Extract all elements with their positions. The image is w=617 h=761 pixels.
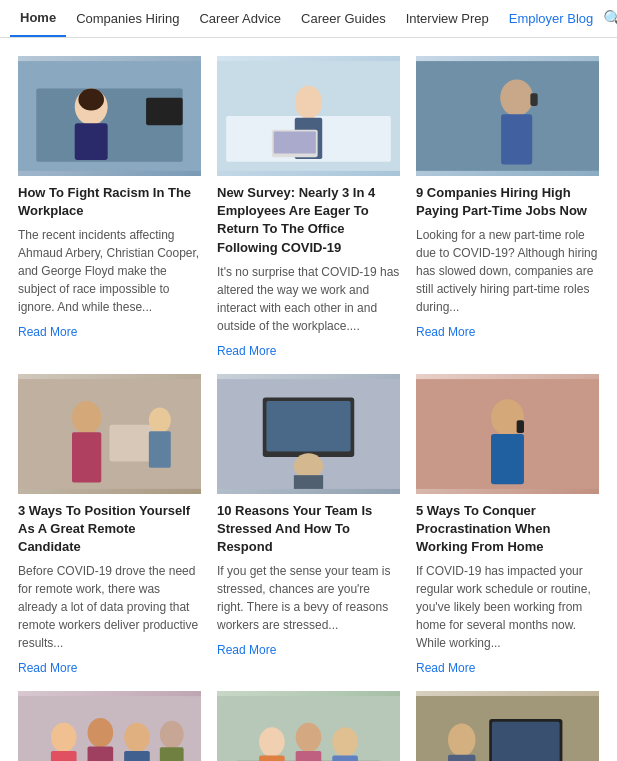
card-desc-1: The recent incidents affecting Ahmaud Ar… [18,226,201,316]
card-desc-5: If you get the sense your team is stress… [217,562,400,634]
card-readmore-4[interactable]: Read More [18,661,77,675]
svg-rect-38 [124,751,150,761]
svg-point-4 [78,89,104,111]
svg-point-43 [259,728,285,757]
card-8: 6 Ways To Grow In Your Career While Work… [209,683,408,761]
svg-rect-40 [160,748,184,761]
svg-rect-52 [492,722,560,761]
card-image-5 [217,374,400,494]
svg-rect-15 [501,114,532,164]
svg-rect-36 [88,747,114,761]
svg-point-21 [149,407,171,433]
svg-rect-30 [491,434,524,484]
card-desc-6: If COVID-19 has impacted your regular wo… [416,562,599,652]
card-readmore-5[interactable]: Read More [217,643,276,657]
svg-point-47 [332,728,358,757]
card-readmore-3[interactable]: Read More [416,325,475,339]
card-image-7 [18,691,201,761]
nav-career-advice[interactable]: Career Advice [189,1,291,36]
card-5: 10 Reasons Your Team Is Stressed And How… [209,366,408,684]
card-image-3 [416,56,599,176]
card-1: How To Fight Racism In The Workplace The… [10,48,209,366]
svg-rect-54 [448,755,475,761]
card-6: 5 Ways To Conquer Procrastination When W… [408,366,607,684]
card-title-6: 5 Ways To Conquer Procrastination When W… [416,502,599,557]
articles-grid: How To Fight Racism In The Workplace The… [0,38,617,761]
card-title-2: New Survey: Nearly 3 In 4 Employees Are … [217,184,400,257]
card-title-5: 10 Reasons Your Team Is Stressed And How… [217,502,400,557]
svg-rect-48 [332,756,358,761]
svg-rect-16 [530,93,537,106]
nav-companies-hiring[interactable]: Companies Hiring [66,1,189,36]
nav-home[interactable]: Home [10,0,66,37]
svg-rect-11 [274,132,316,154]
svg-point-33 [51,723,77,752]
svg-point-8 [295,86,322,119]
svg-rect-5 [146,98,183,125]
svg-rect-3 [75,123,108,160]
svg-rect-34 [51,751,77,761]
card-image-9 [416,691,599,761]
card-4: 3 Ways To Position Yourself As A Great R… [10,366,209,684]
svg-rect-19 [72,432,101,482]
search-icon[interactable]: 🔍 [603,9,617,28]
svg-point-18 [72,401,101,434]
card-image-8 [217,691,400,761]
svg-point-53 [448,724,475,757]
svg-point-39 [160,721,184,748]
navigation: Home Companies Hiring Career Advice Care… [0,0,617,38]
card-image-6 [416,374,599,494]
svg-rect-31 [517,420,524,433]
card-desc-2: It's no surprise that COVID-19 has alter… [217,263,400,335]
nav-career-guides[interactable]: Career Guides [291,1,396,36]
svg-point-45 [296,723,322,752]
nav-employer-blog[interactable]: Employer Blog [499,1,604,36]
card-3: 9 Companies Hiring High Paying Part-Time… [408,48,607,366]
card-title-1: How To Fight Racism In The Workplace [18,184,201,220]
svg-point-26 [294,453,323,479]
svg-rect-25 [266,401,350,451]
svg-point-14 [500,79,533,116]
card-title-3: 9 Companies Hiring High Paying Part-Time… [416,184,599,220]
card-title-4: 3 Ways To Position Yourself As A Great R… [18,502,201,557]
card-readmore-1[interactable]: Read More [18,325,77,339]
card-desc-4: Before COVID-19 drove the need for remot… [18,562,201,652]
card-image-2 [217,56,400,176]
card-image-1 [18,56,201,176]
card-image-4 [18,374,201,494]
svg-rect-22 [149,431,171,468]
card-desc-3: Looking for a new part-time role due to … [416,226,599,316]
svg-rect-27 [294,475,323,489]
card-7: 20 Companies Hiring Part-Time Jobs Now H… [10,683,209,761]
card-readmore-2[interactable]: Read More [217,344,276,358]
svg-rect-44 [259,756,285,761]
card-readmore-6[interactable]: Read More [416,661,475,675]
svg-point-35 [88,718,114,747]
card-2: New Survey: Nearly 3 In 4 Employees Are … [209,48,408,366]
nav-interview-prep[interactable]: Interview Prep [396,1,499,36]
svg-point-37 [124,723,150,752]
svg-rect-46 [296,751,322,761]
card-9: Search Berg Write the Perfect Cover Lett… [408,683,607,761]
